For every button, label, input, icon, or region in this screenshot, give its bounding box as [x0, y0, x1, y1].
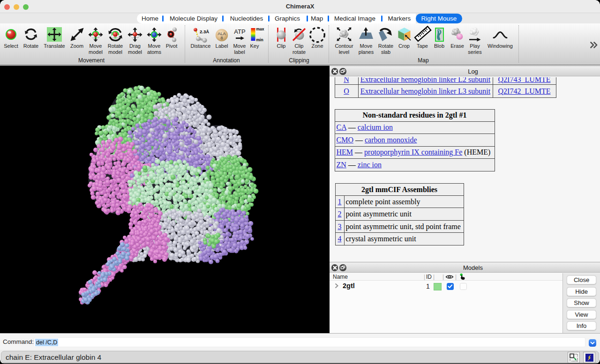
svg-text:2.3Å: 2.3Å	[200, 29, 209, 34]
svg-text:8: 8	[220, 36, 223, 40]
svg-text:ATP: ATP	[234, 28, 245, 35]
svg-text:min: min	[256, 37, 263, 42]
svg-text:ALA: ALA	[218, 31, 225, 36]
svg-text:max: max	[256, 27, 264, 31]
